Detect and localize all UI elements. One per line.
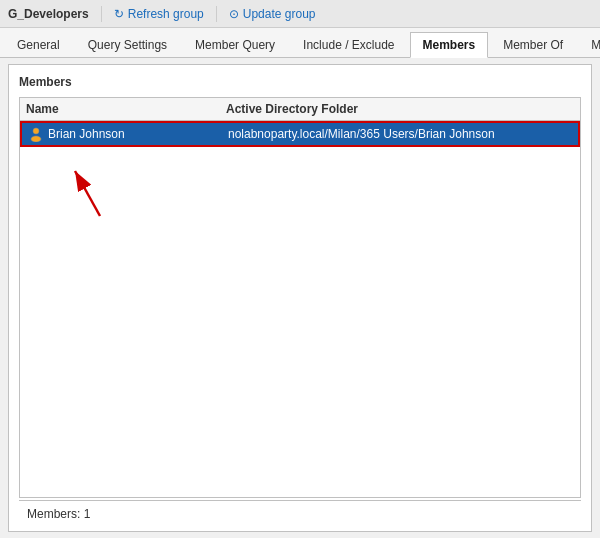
table-row[interactable]: Brian Johnson nolabnoparty.local/Milan/3…: [20, 121, 580, 147]
members-table: Name Active Directory Folder: [19, 97, 581, 498]
update-group-button[interactable]: ⊙ Update group: [229, 7, 316, 21]
cell-name: Brian Johnson: [28, 126, 228, 142]
tab-member-of[interactable]: Member Of: [490, 32, 576, 57]
titlebar: G_Developers ↻ Refresh group ⊙ Update gr…: [0, 0, 600, 28]
separator2: [216, 6, 217, 22]
member-name: Brian Johnson: [48, 127, 125, 141]
svg-point-2: [33, 128, 39, 134]
tabbar: General Query Settings Member Query Incl…: [0, 28, 600, 58]
user-icon: [28, 126, 44, 142]
svg-line-1: [75, 171, 100, 216]
tab-member-query[interactable]: Member Query: [182, 32, 288, 57]
tab-query-settings[interactable]: Query Settings: [75, 32, 180, 57]
annotation-arrow: [70, 161, 150, 221]
window-title: G_Developers: [8, 7, 89, 21]
tab-members[interactable]: Members: [410, 32, 489, 58]
table-body: Brian Johnson nolabnoparty.local/Milan/3…: [20, 121, 580, 497]
members-count: Members: 1: [27, 507, 90, 521]
tab-include-exclude[interactable]: Include / Exclude: [290, 32, 407, 57]
svg-point-3: [31, 136, 41, 142]
refresh-icon: ↻: [114, 7, 124, 21]
cell-folder: nolabnoparty.local/Milan/365 Users/Brian…: [228, 127, 572, 141]
update-icon: ⊙: [229, 7, 239, 21]
separator: [101, 6, 102, 22]
main-content: Members Name Active Directory Folder: [8, 64, 592, 532]
tab-general[interactable]: General: [4, 32, 73, 57]
refresh-group-button[interactable]: ↻ Refresh group: [114, 7, 204, 21]
col-folder-header: Active Directory Folder: [226, 102, 574, 116]
footer: Members: 1: [19, 500, 581, 521]
section-label: Members: [19, 75, 581, 89]
tab-manage[interactable]: Manage: [578, 32, 600, 57]
col-name-header: Name: [26, 102, 226, 116]
table-header: Name Active Directory Folder: [20, 98, 580, 121]
